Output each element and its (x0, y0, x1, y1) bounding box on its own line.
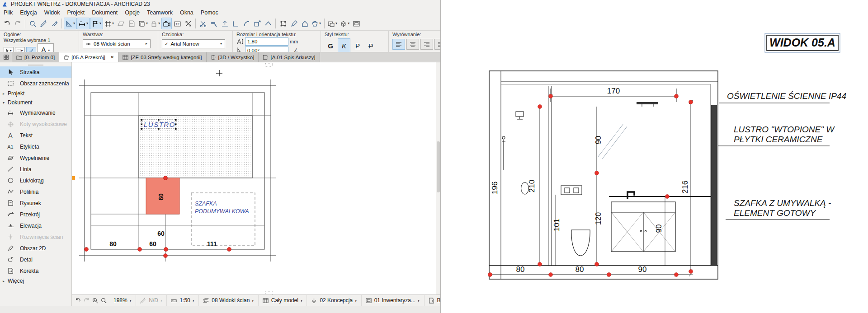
caret-down-icon[interactable]: ▾ (99, 22, 102, 25)
align-left-button[interactable] (392, 39, 405, 50)
tool-obszar-zaznaczenia[interactable]: Obszar zaznaczenia (0, 78, 71, 89)
marquee-mode-button[interactable]: ▸ (15, 47, 25, 52)
label-tool-button[interactable]: ▾ (90, 18, 103, 29)
fillet-button[interactable] (241, 18, 252, 29)
roof-button[interactable] (263, 18, 274, 29)
model-filter-control[interactable]: Cały model ▸ (259, 295, 307, 306)
tool-wymiarowanie[interactable]: Wymiarowanie (0, 107, 71, 118)
lustro-text[interactable]: LUSTRO (144, 121, 175, 128)
layer-combination-control[interactable]: 08 Widoki ścian ▸ (199, 295, 259, 306)
caret-down-icon[interactable]: ▾ (347, 22, 350, 25)
menu-plik[interactable]: Plik (0, 8, 16, 17)
scrollbar-thumb[interactable] (437, 141, 440, 192)
tool-detal[interactable]: Detal (0, 254, 71, 265)
text-size-input[interactable] (245, 37, 288, 46)
dimension-guide-button[interactable]: ▾ (77, 18, 90, 29)
new-window-button[interactable]: ▾ (326, 18, 339, 29)
tab-layout-book[interactable]: [A.01 Spis Arkuszy] (259, 52, 320, 62)
intersect-button[interactable] (230, 18, 241, 29)
menu-edycja[interactable]: Edycja (16, 8, 41, 17)
frame-button[interactable]: ▾ (137, 18, 149, 29)
tool-rozwiniecia-scian[interactable]: Rozwinięcia ścian (0, 231, 71, 243)
caret-down-icon[interactable]: ▾ (146, 22, 148, 25)
renovation-filter-control[interactable]: 01 Inwentaryza... ▸ (362, 295, 425, 306)
menu-dokument[interactable]: Dokument (88, 8, 121, 17)
renovation-button[interactable] (299, 18, 310, 29)
close-tab-icon[interactable]: ✕ (110, 55, 114, 60)
tool-strzalka[interactable]: Strzałka (0, 66, 71, 78)
tab-overview-button[interactable] (0, 52, 12, 62)
group-wiecej[interactable]: ▸ Więcej (0, 276, 71, 285)
zoom-in-icon[interactable] (92, 297, 99, 304)
tool-etykieta[interactable]: A1 Etykieta (0, 141, 71, 152)
element-type-selector[interactable]: A▾ (38, 43, 54, 52)
grid-snap-button[interactable]: ▾ (103, 18, 115, 29)
menu-projekt[interactable]: Projekt (63, 8, 88, 17)
tool-obszar-2d[interactable]: Obszar 2D (0, 243, 71, 254)
align-justify-button[interactable] (434, 39, 440, 50)
szafka-text-line1[interactable]: SZAFKA (195, 201, 217, 207)
arrow-mode-button[interactable]: ▸ (4, 47, 14, 52)
section-marker[interactable] (72, 176, 75, 180)
caret-down-icon[interactable]: ▾ (335, 22, 338, 25)
caret-down-icon[interactable]: ▾ (112, 22, 114, 25)
caret-down-icon[interactable]: ▾ (319, 22, 321, 25)
tool-przekroj[interactable]: Przekrój (0, 209, 71, 220)
last-window-button[interactable] (351, 18, 362, 29)
nav-back-icon[interactable] (75, 297, 81, 304)
angle-lock-icon[interactable]: ∠ (293, 47, 298, 52)
italic-button[interactable]: K (338, 38, 350, 52)
tab-zones[interactable]: [ZE-03 Strefy według kategorii] (118, 52, 206, 62)
align-center-button[interactable] (406, 39, 419, 50)
caret-down-icon[interactable]: ▾ (73, 22, 75, 25)
grid-12-button[interactable] (172, 18, 183, 29)
paint-bucket-button[interactable]: ▾ (310, 18, 322, 29)
menu-pomoc[interactable]: Pomoc (197, 8, 222, 17)
redo-button[interactable] (12, 18, 23, 29)
szafka-text-line2[interactable]: PODUMYWALKOWA (195, 208, 249, 215)
font-select[interactable]: ✓ Arial Narrow ▾ (162, 39, 225, 48)
palette-grip[interactable] (0, 63, 71, 66)
tool-korekta[interactable]: Korekta (0, 265, 71, 276)
tool-linia[interactable]: Linia (0, 164, 71, 175)
text-angle-input[interactable] (245, 47, 288, 52)
resize-button[interactable] (252, 18, 263, 29)
dim-60-inner[interactable]: 60 (157, 230, 165, 237)
tool-wypelnienie[interactable]: Wypełnienie (0, 152, 71, 164)
tab-plan[interactable]: [0. Poziom 0] (12, 52, 59, 62)
inject-parameters-button[interactable] (49, 18, 60, 29)
scale-control[interactable]: 1:50 ▸ (167, 295, 199, 306)
zoom-level-control[interactable]: 198% ▸ (110, 295, 136, 306)
trim-button[interactable] (208, 18, 219, 29)
adjust-button[interactable] (219, 18, 230, 29)
tool-polilinia[interactable]: Polilinia (0, 186, 71, 197)
lock-button[interactable]: ▾ (149, 18, 161, 29)
fit-in-window-button[interactable] (183, 18, 193, 29)
tool-rysunek[interactable]: Rysunek (0, 197, 71, 209)
annotate-button[interactable] (288, 18, 299, 29)
group-projekt[interactable]: ▸ Projekt (0, 89, 71, 98)
tab-section-05a[interactable]: [05.A Przekrój] ✕ (59, 52, 118, 62)
changes-control[interactable]: Brak z (425, 295, 440, 306)
window-3d-button[interactable]: ▾ (339, 18, 351, 29)
dim-80[interactable]: 80 (109, 240, 117, 248)
group-dokument[interactable]: ▾ Dokument (0, 98, 71, 107)
align-right-button[interactable] (420, 39, 433, 50)
caret-down-icon[interactable]: ▾ (86, 22, 89, 25)
strikethrough-button[interactable]: P (365, 39, 377, 52)
bold-button[interactable]: G (325, 39, 336, 52)
tool-tekst[interactable]: A Tekst (0, 130, 71, 141)
edit-vertices-button[interactable] (278, 18, 288, 29)
survey-button[interactable] (161, 18, 172, 29)
menu-widok[interactable]: Widok (41, 8, 64, 17)
zoom-box-icon[interactable] (100, 297, 107, 304)
nav-forward-icon[interactable] (83, 297, 90, 304)
dim-111[interactable]: 111 (207, 240, 217, 248)
underline-button[interactable]: P (352, 39, 363, 52)
split-button[interactable] (198, 18, 208, 29)
menu-okna[interactable]: Okna (176, 8, 197, 17)
arrow-tool-button[interactable]: ▾ (64, 18, 77, 29)
tab-3d[interactable]: [3D / Wszystko] (207, 52, 259, 62)
dim-60[interactable]: 60 (149, 240, 156, 248)
editing-plane-button[interactable] (115, 18, 126, 29)
